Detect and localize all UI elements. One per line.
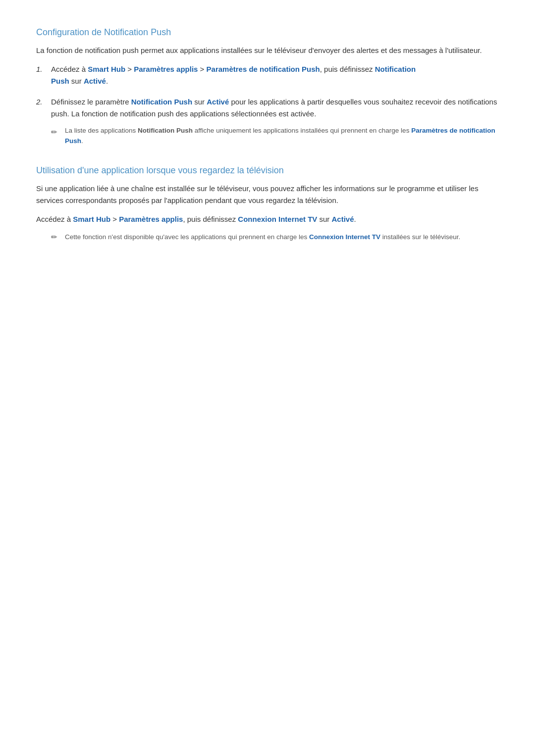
- section2-title: Utilisation d'une application lorsque vo…: [36, 165, 499, 176]
- step1-content: Accédez à Smart Hub > Paramètres applis …: [51, 63, 499, 87]
- step2-content: Définissez le paramètre Notification Pus…: [51, 96, 499, 151]
- smart-hub-link-1: Smart Hub: [88, 65, 125, 73]
- list-item: 2. Définissez le paramètre Notification …: [36, 96, 499, 151]
- step2-note: ✏ La liste des applications Notification…: [51, 126, 499, 147]
- step2-note-text: La liste des applications Notification P…: [65, 126, 499, 147]
- section1-intro: La fonction de notification push permet …: [36, 45, 499, 56]
- smart-hub-link-2: Smart Hub: [73, 215, 110, 223]
- step-number-1: 1.: [36, 63, 51, 75]
- active-link-1: Activé: [84, 77, 106, 85]
- step-number-2: 2.: [36, 96, 51, 108]
- parametres-applis-link-2: Paramètres applis: [119, 215, 183, 223]
- pencil-icon-2: ✏: [51, 232, 65, 242]
- notification-push-bold: Notification Push: [138, 127, 193, 134]
- parametres-applis-link-1: Paramètres applis: [134, 65, 198, 73]
- parametres-notification-push-link-2: Paramètres de notification Push: [65, 127, 495, 145]
- page-container: Configuration de Notification Push La fo…: [0, 0, 535, 277]
- steps-list: 1. Accédez à Smart Hub > Paramètres appl…: [36, 63, 499, 151]
- connexion-internet-tv-link-2: Connexion Internet TV: [309, 233, 380, 241]
- section2-note: ✏ Cette fonction n'est disponible qu'ave…: [51, 232, 499, 243]
- section2-intro: Si une application liée à une chaîne est…: [36, 183, 499, 206]
- section2-access: Accédez à Smart Hub > Paramètres applis,…: [36, 213, 499, 225]
- section2-note-text: Cette fonction n'est disponible qu'avec …: [65, 232, 499, 243]
- active-link-2: Activé: [207, 98, 229, 106]
- section1-title: Configuration de Notification Push: [36, 27, 499, 38]
- pencil-icon: ✏: [51, 126, 65, 138]
- connexion-internet-tv-link: Connexion Internet TV: [238, 215, 317, 223]
- list-item: 1. Accédez à Smart Hub > Paramètres appl…: [36, 63, 499, 87]
- notification-push-link-2: Notification Push: [131, 98, 192, 106]
- active-link-3: Activé: [332, 215, 354, 223]
- parametres-notification-push-link: Paramètres de notification Push: [207, 65, 320, 73]
